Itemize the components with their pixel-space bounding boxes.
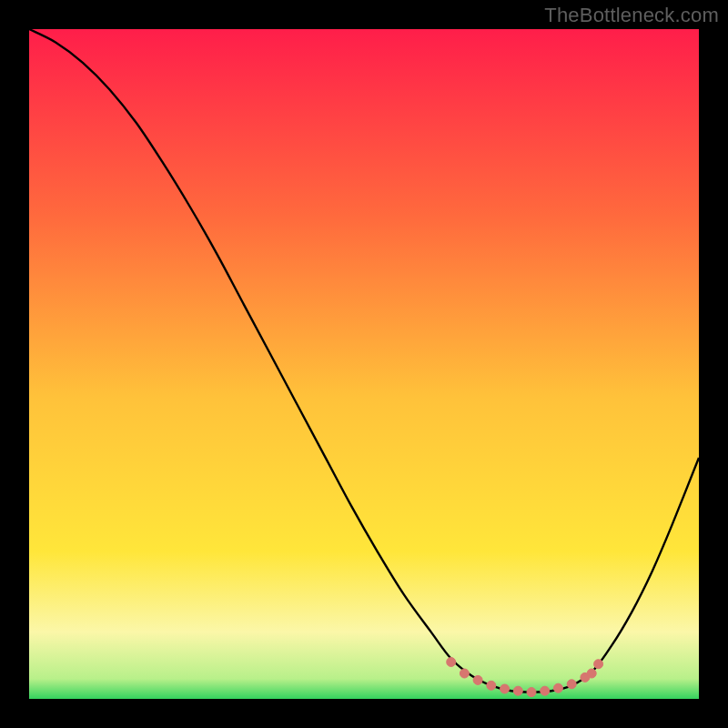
sweet-spot-marker: [587, 669, 596, 678]
sweet-spot-marker: [541, 686, 550, 695]
sweet-spot-marker: [553, 683, 562, 693]
sweet-spot-marker: [460, 669, 469, 678]
sweet-spot-marker: [594, 660, 603, 669]
gradient-bg: [29, 29, 699, 699]
sweet-spot-marker: [527, 688, 536, 697]
sweet-spot-marker: [513, 686, 522, 695]
plot-area: [29, 29, 699, 699]
chart-frame: TheBottleneck.com: [0, 0, 728, 728]
sweet-spot-marker: [567, 680, 576, 689]
sweet-spot-marker: [447, 658, 456, 667]
sweet-spot-marker: [473, 675, 482, 684]
watermark-text: TheBottleneck.com: [544, 4, 719, 27]
bottleneck-chart: [29, 29, 699, 699]
sweet-spot-marker: [500, 684, 510, 693]
sweet-spot-marker: [487, 681, 496, 690]
